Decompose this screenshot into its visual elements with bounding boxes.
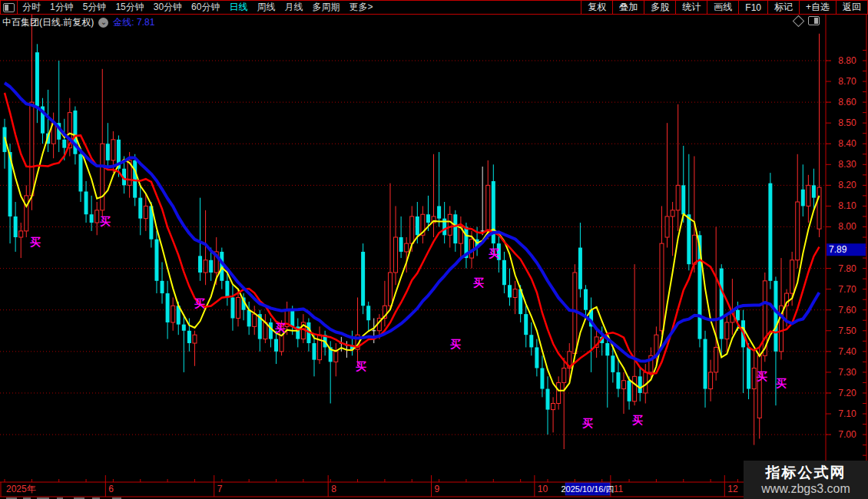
action-button-3[interactable]: 统计: [675, 1, 707, 14]
title-corner-icons: [794, 16, 820, 25]
action-button-8[interactable]: 返回: [836, 1, 867, 14]
period-tab-9[interactable]: 多周期: [307, 1, 344, 14]
buy-signal-marker: 买: [757, 370, 767, 382]
diamond-icon[interactable]: [793, 15, 805, 27]
watermark-title: 指标公式网: [766, 464, 846, 481]
indicator-value: 金线: 7.81: [113, 16, 154, 29]
buy-signal-marker: 买: [30, 236, 41, 248]
period-tab-3[interactable]: 15分钟: [111, 1, 148, 14]
site-watermark: 指标公式网 www.zbgs3.com: [744, 461, 868, 499]
month-label: 9: [435, 484, 440, 494]
chevron-down-icon[interactable]: ⌄: [98, 18, 108, 28]
period-tab-4[interactable]: 30分钟: [149, 1, 187, 14]
action-button-4[interactable]: 画线: [707, 1, 738, 14]
buy-signal-marker: 买: [632, 414, 643, 426]
svg-text:7.20: 7.20: [838, 388, 856, 398]
period-tabs: 分时1分钟5分钟15分钟30分钟60分钟日线周线月线多周期更多>: [18, 1, 377, 14]
month-label: 8: [331, 484, 336, 494]
svg-text:7.50: 7.50: [838, 326, 856, 336]
buy-signal-marker: 买: [582, 417, 593, 429]
crosshair-date-badge: 2025/10/16/四: [561, 484, 614, 494]
svg-text:8.20: 8.20: [838, 180, 856, 190]
buy-signal-marker: 买: [776, 377, 787, 389]
last-price-badge: 7.89: [829, 244, 847, 255]
svg-text:7.80: 7.80: [838, 263, 856, 274]
svg-text:8.30: 8.30: [838, 159, 856, 170]
buy-signal-marker: 买: [275, 322, 286, 334]
svg-text:8.50: 8.50: [838, 117, 856, 128]
action-buttons: 复权叠加多股统计画线F10标记+自选返回: [581, 1, 867, 14]
period-tab-8[interactable]: 月线: [280, 1, 307, 14]
svg-text:8.70: 8.70: [838, 76, 856, 87]
buy-signal-marker: 买: [473, 276, 484, 289]
svg-text:8.40: 8.40: [838, 138, 856, 149]
period-tab-10[interactable]: 更多>: [344, 1, 377, 14]
buy-signal-marker: 买: [489, 247, 499, 259]
buy-signal-marker: 买: [356, 360, 366, 372]
trading-app-window: 买买买买买买买买买买买买8.808.708.608.508.408.308.20…: [0, 0, 868, 499]
stock-name[interactable]: 中百集团(日线.前复权): [2, 16, 94, 29]
svg-text:7.00: 7.00: [838, 429, 856, 440]
candlestick-chart[interactable]: 买买买买买买买买买买买买8.808.708.608.508.408.308.20…: [0, 0, 868, 499]
action-button-7[interactable]: +自选: [799, 1, 836, 14]
svg-text:8.00: 8.00: [838, 221, 856, 232]
buy-signal-marker: 买: [100, 215, 111, 227]
svg-text:8.80: 8.80: [838, 55, 856, 66]
month-label: 12: [727, 484, 738, 494]
layout-toggle-button[interactable]: [1, 1, 18, 14]
action-button-6[interactable]: 标记: [767, 1, 799, 14]
year-label: 2025年: [6, 484, 36, 494]
month-label: 11: [614, 484, 624, 494]
svg-text:7.40: 7.40: [838, 346, 856, 357]
svg-text:7.70: 7.70: [838, 284, 856, 295]
svg-text:7.10: 7.10: [838, 408, 856, 419]
action-button-0[interactable]: 复权: [581, 1, 612, 14]
svg-text:8.10: 8.10: [838, 200, 856, 211]
action-button-5[interactable]: F10: [738, 1, 767, 14]
watermark-url: www.zbgs3.com: [761, 481, 850, 496]
buy-signal-marker: 买: [450, 338, 461, 350]
period-toolbar: 分时1分钟5分钟15分钟30分钟60分钟日线周线月线多周期更多> 复权叠加多股统…: [0, 0, 868, 15]
period-tab-2[interactable]: 5分钟: [78, 1, 111, 14]
period-tab-7[interactable]: 周线: [252, 1, 280, 14]
month-label: 6: [108, 484, 114, 494]
month-label: 7: [217, 484, 223, 494]
period-tab-5[interactable]: 60分钟: [187, 1, 224, 14]
split-panel-left-icon: [3, 3, 15, 12]
action-button-1[interactable]: 叠加: [612, 1, 644, 14]
action-button-2[interactable]: 多股: [644, 1, 675, 14]
buy-signal-marker: 买: [194, 297, 205, 309]
split-panel-right-icon[interactable]: [808, 16, 820, 25]
svg-text:7.60: 7.60: [838, 305, 856, 316]
month-label: 10: [538, 484, 548, 494]
period-tab-0[interactable]: 分时: [18, 1, 45, 14]
svg-text:8.60: 8.60: [838, 97, 856, 107]
svg-text:7.30: 7.30: [838, 367, 856, 378]
period-tab-1[interactable]: 1分钟: [45, 1, 78, 14]
chart-title-bar: 中百集团(日线.前复权) ⌄ 金线: 7.81: [0, 15, 822, 31]
period-tab-6[interactable]: 日线: [224, 1, 252, 14]
